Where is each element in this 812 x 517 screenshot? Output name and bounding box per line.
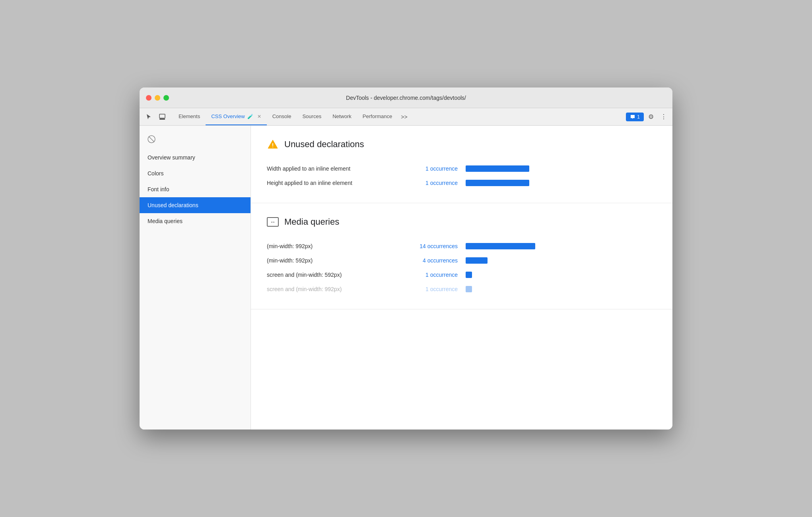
row-occurrence[interactable]: 4 occurrences: [410, 257, 458, 264]
svg-rect-1: [159, 119, 165, 120]
tabbar-left-icons: [143, 108, 173, 125]
settings-icon[interactable]: ⚙: [645, 111, 657, 122]
warning-icon: [267, 138, 279, 150]
sidebar-item-unused-declarations[interactable]: Unused declarations: [140, 197, 251, 213]
svg-rect-5: [272, 147, 273, 148]
sidebar-item-colors[interactable]: Colors: [140, 165, 251, 181]
row-label: Height applied to an inline element: [267, 180, 402, 186]
bar-container: [466, 286, 657, 292]
tab-css-overview[interactable]: CSS Overview 🧪 ✕: [206, 108, 267, 125]
more-options-icon[interactable]: ⋮: [658, 111, 669, 122]
bar-container: [466, 272, 657, 278]
tabs-container: Elements CSS Overview 🧪 ✕ Console Source…: [173, 108, 623, 125]
sidebar-item-font-info[interactable]: Font info: [140, 181, 251, 197]
content-panel: Unused declarations Width applied to an …: [251, 126, 672, 430]
traffic-lights: [146, 95, 169, 101]
row-label: screen and (min-width: 592px): [267, 272, 402, 278]
main-content: Overview summary Colors Font info Unused…: [140, 126, 672, 430]
bar-container: [466, 165, 657, 172]
row-label: Width applied to an inline element: [267, 165, 402, 172]
tab-performance[interactable]: Performance: [357, 108, 398, 125]
chat-button[interactable]: 1: [626, 113, 644, 121]
tab-network[interactable]: Network: [327, 108, 357, 125]
table-row: Width applied to an inline element 1 occ…: [267, 161, 657, 176]
tabbar-right-icons: 1 ⚙ ⋮: [623, 108, 672, 125]
tab-console[interactable]: Console: [267, 108, 297, 125]
svg-line-3: [149, 136, 154, 142]
dock-icon[interactable]: [156, 111, 168, 123]
table-row: (min-width: 992px) 14 occurrences: [267, 239, 657, 253]
row-occurrence[interactable]: 1 occurrence: [410, 165, 458, 172]
row-label: (min-width: 592px): [267, 257, 402, 264]
occurrence-bar: [466, 286, 472, 292]
row-occurrence[interactable]: 1 occurrence: [410, 286, 458, 292]
unused-declarations-title: Unused declarations: [284, 139, 364, 150]
tab-sources[interactable]: Sources: [297, 108, 327, 125]
unused-declarations-section: Unused declarations Width applied to an …: [251, 126, 672, 203]
more-tabs-button[interactable]: >>: [398, 108, 410, 125]
row-occurrence[interactable]: 1 occurrence: [410, 180, 458, 186]
media-queries-section: ↔ Media queries (min-width: 992px) 14 oc…: [251, 203, 672, 309]
table-row: screen and (min-width: 992px) 1 occurren…: [267, 282, 657, 296]
media-queries-header: ↔ Media queries: [267, 216, 657, 228]
maximize-button[interactable]: [163, 95, 169, 101]
row-label: (min-width: 992px): [267, 243, 402, 249]
row-occurrence[interactable]: 1 occurrence: [410, 272, 458, 278]
bar-container: [466, 180, 657, 186]
minimize-button[interactable]: [155, 95, 160, 101]
occurrence-bar: [466, 272, 472, 278]
arrows-icon: ↔: [267, 216, 279, 228]
table-row: (min-width: 592px) 4 occurrences: [267, 253, 657, 268]
row-occurrence[interactable]: 14 occurrences: [410, 243, 458, 249]
titlebar: DevTools - developer.chrome.com/tags/dev…: [140, 87, 672, 108]
svg-rect-4: [272, 143, 273, 146]
cursor-icon[interactable]: [143, 111, 155, 123]
window-title: DevTools - developer.chrome.com/tags/dev…: [346, 95, 466, 101]
occurrence-bar: [466, 257, 488, 264]
media-queries-title: Media queries: [284, 217, 339, 227]
bar-container: [466, 257, 657, 264]
block-icon: [144, 132, 159, 146]
sidebar: Overview summary Colors Font info Unused…: [140, 126, 251, 430]
occurrence-bar: [466, 165, 529, 172]
bar-container: [466, 243, 657, 249]
sidebar-item-media-queries[interactable]: Media queries: [140, 213, 251, 229]
table-row: Height applied to an inline element 1 oc…: [267, 176, 657, 190]
close-button[interactable]: [146, 95, 152, 101]
table-row: screen and (min-width: 592px) 1 occurren…: [267, 268, 657, 282]
tabbar: Elements CSS Overview 🧪 ✕ Console Source…: [140, 108, 672, 126]
sidebar-item-overview-summary[interactable]: Overview summary: [140, 150, 251, 165]
occurrence-bar: [466, 243, 535, 249]
svg-rect-0: [159, 114, 165, 118]
tab-close-icon[interactable]: ✕: [257, 114, 261, 119]
experimental-icon: 🧪: [247, 114, 253, 119]
occurrence-bar: [466, 180, 529, 186]
tab-elements[interactable]: Elements: [173, 108, 206, 125]
row-label: screen and (min-width: 992px): [267, 286, 402, 292]
devtools-window: DevTools - developer.chrome.com/tags/dev…: [140, 87, 672, 430]
unused-declarations-header: Unused declarations: [267, 138, 657, 150]
